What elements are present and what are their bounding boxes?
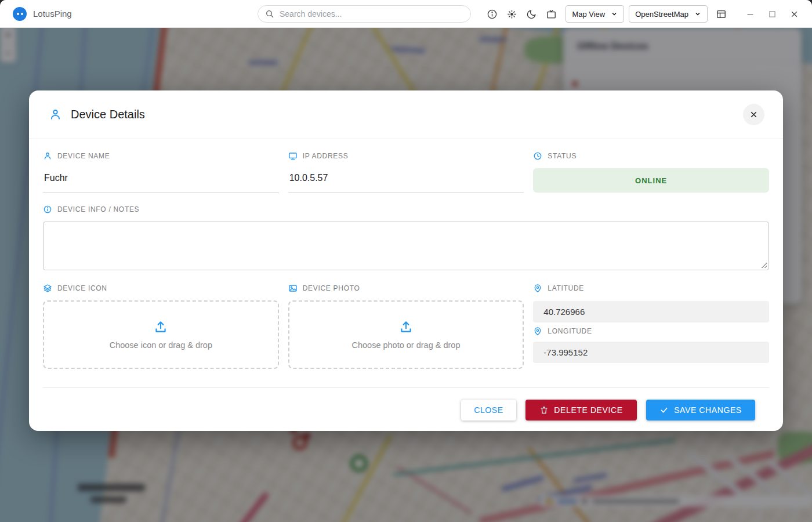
modal-title: Device Details — [71, 108, 743, 121]
device-icon-label: DEVICE ICON — [57, 284, 107, 292]
device-photo-field: DEVICE PHOTO Choose photo or drag & drop — [288, 284, 524, 369]
app-logo-icon — [13, 7, 27, 21]
person-icon — [49, 108, 62, 121]
latitude-value: 40.726966 — [533, 301, 769, 322]
modal-body: DEVICE NAME IP ADDRESS STATUS — [29, 139, 783, 420]
info-button[interactable] — [482, 4, 502, 24]
upload-icon — [398, 320, 414, 335]
status-field: STATUS ONLINE — [533, 151, 769, 193]
device-name-field: DEVICE NAME — [43, 151, 279, 193]
layout-icon — [716, 9, 727, 20]
tile-provider-select[interactable]: OpenStreetMap — [629, 5, 708, 23]
close-button[interactable]: CLOSE — [461, 400, 516, 420]
ip-address-field: IP ADDRESS — [288, 151, 524, 193]
longitude-label: LONGITUDE — [548, 327, 592, 335]
notes-label: DEVICE INFO / NOTES — [57, 205, 139, 213]
device-search[interactable] — [258, 5, 471, 23]
modal-close-button[interactable] — [743, 104, 764, 125]
moon-icon — [526, 9, 537, 20]
map-pin-icon — [533, 327, 542, 336]
topbar-actions: Map View OpenStreetMap — [482, 0, 805, 28]
search-input[interactable] — [280, 9, 463, 19]
window-controls — [739, 4, 805, 24]
search-icon — [265, 9, 274, 19]
device-icon-dropzone[interactable]: Choose icon or drag & drop — [43, 300, 279, 369]
layout-panel-button[interactable] — [711, 4, 731, 24]
tv-icon — [546, 9, 557, 20]
layers-icon — [43, 284, 52, 293]
close-icon — [789, 9, 799, 19]
device-photo-dropzone[interactable]: Choose photo or drag & drop — [288, 300, 524, 369]
maximize-icon — [767, 9, 777, 19]
maximize-button[interactable] — [761, 4, 783, 24]
tile-provider-value: OpenStreetMap — [635, 10, 688, 19]
device-details-modal: Device Details DEVICE NAME IP — [29, 90, 783, 431]
status-label: STATUS — [548, 152, 577, 160]
save-changes-button[interactable]: SAVE CHANGES — [646, 400, 755, 420]
longitude-value: -73.995152 — [533, 342, 769, 363]
notes-field: DEVICE INFO / NOTES — [43, 205, 769, 270]
dark-theme-button[interactable] — [521, 4, 541, 24]
device-icon-dropzone-text: Choose icon or drag & drop — [110, 340, 212, 350]
info-icon — [487, 9, 498, 20]
close-window-button[interactable] — [783, 4, 805, 24]
device-name-input[interactable] — [43, 168, 279, 193]
map-view-select[interactable]: Map View — [566, 5, 624, 23]
chevron-down-icon — [694, 10, 701, 17]
modal-header: Device Details — [29, 90, 783, 139]
close-button-label: CLOSE — [474, 405, 503, 415]
clock-icon — [533, 151, 542, 161]
chevron-down-icon — [611, 10, 618, 17]
ip-address-input[interactable] — [288, 168, 524, 193]
notes-textarea[interactable] — [43, 222, 769, 270]
device-name-label: DEVICE NAME — [57, 152, 110, 160]
delete-button-label: DELETE DEVICE — [554, 405, 622, 415]
app-title: LotusPing — [33, 9, 72, 19]
minimize-button[interactable] — [739, 4, 761, 24]
ip-address-label: IP ADDRESS — [303, 152, 349, 160]
map-pin-icon — [533, 284, 542, 293]
app-window: LotusPing Map View OpenStreetMa — [0, 0, 812, 522]
top-bar: LotusPing Map View OpenStreetMa — [0, 0, 812, 28]
tv-mode-button[interactable] — [541, 4, 561, 24]
close-icon — [749, 110, 759, 119]
minimize-icon — [745, 9, 755, 19]
modal-footer: CLOSE DELETE DEVICE SAVE CHANGES — [43, 388, 769, 420]
light-theme-button[interactable] — [502, 4, 521, 24]
upload-icon — [153, 320, 168, 335]
sun-icon — [506, 9, 517, 20]
delete-device-button[interactable]: DELETE DEVICE — [525, 400, 637, 420]
device-icon-field: DEVICE ICON Choose icon or drag & drop — [43, 284, 279, 369]
trash-icon — [539, 405, 549, 415]
check-icon — [659, 405, 669, 415]
map-view-value: Map View — [572, 10, 605, 19]
save-button-label: SAVE CHANGES — [674, 405, 742, 415]
info-icon — [43, 205, 52, 214]
image-icon — [288, 284, 298, 293]
device-photo-label: DEVICE PHOTO — [303, 284, 360, 292]
latitude-label: LATITUDE — [548, 284, 584, 292]
person-icon — [43, 151, 52, 161]
monitor-icon — [288, 151, 298, 161]
coordinates-field: LATITUDE 40.726966 LONGITUDE -73.995152 — [533, 284, 769, 369]
status-badge: ONLINE — [533, 168, 769, 193]
device-photo-dropzone-text: Choose photo or drag & drop — [351, 340, 460, 350]
